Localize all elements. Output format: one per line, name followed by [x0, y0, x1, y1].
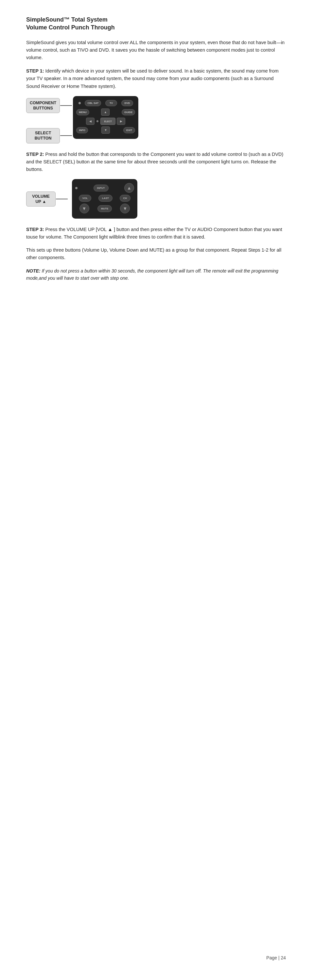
exit-button[interactable]: EXIT [123, 127, 135, 134]
step1-block: STEP 1: Identify which device in your sy… [26, 67, 286, 90]
step1-text: Identify which device in your system wil… [26, 68, 278, 89]
tv-button[interactable]: TV [105, 100, 117, 107]
step3-label: STEP 3: [26, 227, 44, 232]
sets-text: This sets up three buttons (Volume Up, V… [26, 247, 286, 261]
note-text: If you do not press a button within 30 s… [26, 268, 278, 281]
dvd-button[interactable]: DVD [121, 100, 133, 107]
info-button[interactable]: INFO [76, 127, 88, 134]
intro-text: SimpleSound gives you total volume contr… [26, 39, 286, 62]
ch-up-button[interactable]: ▲ [124, 183, 134, 193]
volume-indicator-dot [75, 187, 77, 189]
vol-button[interactable]: VOL [79, 195, 91, 202]
remote-control-1: CBL SAT TV DVD MENU ▲ GUIDE ◀ ELECT ▶ IN… [73, 96, 138, 139]
page-number: Page | 24 [266, 955, 286, 960]
menu-button[interactable]: MENU [76, 109, 89, 116]
cbl-sat-indicator-dot [78, 102, 81, 104]
mute-button[interactable]: MUTE [98, 205, 112, 212]
select-dot [96, 120, 98, 122]
note-label: NOTE: [26, 268, 40, 274]
vol-down-button[interactable]: ▼ [80, 204, 89, 213]
cbl-sat-button[interactable]: CBL SAT [85, 100, 101, 107]
down-arrow-button[interactable]: ▼ [101, 126, 110, 134]
right-arrow-button[interactable]: ▶ [117, 118, 125, 125]
label-volume-up: VOLUMEUP ▲ [26, 191, 56, 207]
step2-label: STEP 2: [26, 152, 44, 157]
note-block: NOTE: If you do not press a button withi… [26, 267, 286, 282]
diagram2: VOLUMEUP ▲ INPUT ▲ VOL LAST CH ▼ MUTE ▼ [26, 179, 286, 219]
step2-block: STEP 2: Press and hold the button that c… [26, 151, 286, 173]
last-button[interactable]: LAST [98, 195, 112, 202]
label-component-buttons: COMPONENTBUTTONS [26, 98, 60, 113]
left-arrow-button[interactable]: ◀ [86, 118, 94, 125]
step2-text: Press and hold the button that correspon… [26, 152, 283, 172]
page-title: SimpleSound™ Total System Volume Control… [26, 16, 286, 32]
remote-control-2: INPUT ▲ VOL LAST CH ▼ MUTE ▼ [72, 179, 138, 219]
ch-button[interactable]: CH [120, 195, 131, 202]
elect-button[interactable]: ELECT [101, 118, 115, 125]
step3-text: Press the VOLUME UP [VOL ▲ ] button and … [26, 227, 282, 240]
input-button[interactable]: INPUT [94, 185, 109, 191]
step1-label: STEP 1: [26, 68, 44, 73]
guide-button[interactable]: GUIDE [122, 109, 135, 116]
diagram1: COMPONENTBUTTONS SELECTBUTTON CBL SAT TV… [26, 96, 286, 143]
label-select-button: SELECTBUTTON [26, 128, 60, 143]
step3-block: STEP 3: Press the VOLUME UP [VOL ▲ ] but… [26, 226, 286, 241]
ch-down-button[interactable]: ▼ [120, 204, 130, 213]
up-arrow-button[interactable]: ▲ [101, 108, 110, 116]
